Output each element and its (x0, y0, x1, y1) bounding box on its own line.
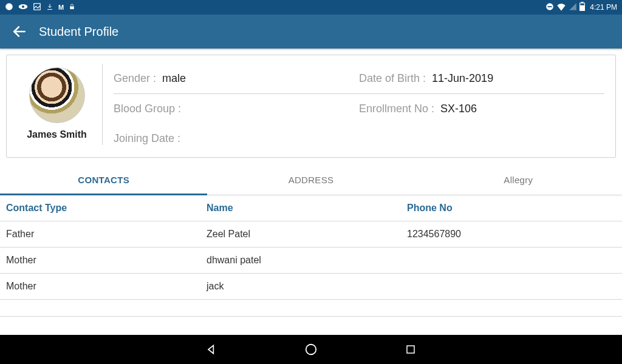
info-row-3: Joining Date : (114, 124, 604, 145)
cell-phone (407, 281, 616, 292)
info-row-2: Blood Group : Enrollment No : SX-106 (114, 94, 604, 124)
eye-icon (18, 3, 28, 12)
notification-icon (5, 2, 13, 13)
gender-label: Gender : (114, 72, 156, 85)
gender-pair: Gender : male (114, 72, 359, 85)
image-icon (33, 2, 41, 13)
cell-name: jack (207, 281, 407, 292)
cell-phone (407, 255, 616, 266)
enroll-label: Enrollment No : (359, 103, 434, 115)
download-icon (46, 2, 53, 13)
dob-pair: Date of Birth : 11-Jun-2019 (359, 72, 604, 85)
svg-rect-11 (407, 346, 414, 353)
joining-pair: Joining Date : (114, 132, 359, 145)
enroll-pair: Enrollment No : SX-106 (359, 103, 604, 115)
col-contact-type: Contact Type (6, 203, 207, 214)
dnd-icon (545, 2, 554, 13)
table-row: Father Zeel Patel 1234567890 (0, 221, 622, 248)
empty-pair (359, 132, 604, 145)
cell-type: Mother (6, 281, 207, 292)
cell-type: Father (6, 229, 207, 240)
joining-label: Joining Date : (114, 132, 180, 145)
info-column: Gender : male Date of Birth : 11-Jun-201… (103, 64, 604, 145)
tab-allergy[interactable]: Allegry (415, 166, 622, 195)
enroll-value: SX-106 (440, 103, 477, 115)
blood-pair: Blood Group : (114, 103, 359, 115)
cell-name: dhwani patel (207, 255, 407, 266)
student-name: James Smith (27, 129, 87, 140)
student-avatar (29, 67, 85, 123)
status-time: 4:21 PM (590, 3, 617, 12)
nav-home[interactable] (304, 342, 318, 357)
table-row: Mother dhwani patel (0, 248, 622, 274)
svg-rect-8 (581, 2, 584, 3)
svg-rect-4 (70, 6, 73, 9)
svg-point-2 (22, 5, 24, 8)
cell-phone: 1234567890 (407, 229, 616, 240)
col-name: Name (207, 203, 407, 214)
blood-label: Blood Group : (114, 103, 181, 115)
wifi-icon (556, 2, 566, 13)
android-status-bar: M 4:21 PM (0, 0, 622, 15)
nav-recent[interactable] (403, 342, 418, 357)
android-nav-bar (0, 335, 622, 364)
svg-rect-9 (580, 4, 584, 5)
table-header: Contact Type Name Phone No (0, 195, 622, 221)
status-right-icons: 4:21 PM (545, 2, 617, 13)
dob-value: 11-Jun-2019 (432, 72, 493, 85)
app-bar: Student Profile (0, 15, 622, 49)
dob-label: Date of Birth : (359, 72, 426, 85)
mail-icon: M (58, 4, 64, 11)
col-phone: Phone No (407, 203, 616, 214)
contacts-table: Contact Type Name Phone No Father Zeel P… (0, 195, 622, 317)
cell-type: Mother (6, 255, 207, 266)
battery-icon (579, 2, 585, 13)
photo-column: James Smith (18, 64, 103, 145)
gender-value: male (162, 72, 186, 85)
tab-address[interactable]: ADDRESS (207, 166, 414, 195)
cell-name: Zeel Patel (207, 229, 407, 240)
nav-back[interactable] (204, 342, 219, 357)
table-row: Mother jack (0, 274, 622, 300)
tab-bar: CONTACTS ADDRESS Allegry (0, 166, 622, 195)
page-title: Student Profile (39, 25, 118, 39)
status-left-icons: M (5, 2, 75, 13)
info-row-1: Gender : male Date of Birth : 11-Jun-201… (114, 64, 604, 94)
lock-icon (69, 2, 75, 13)
back-button[interactable] (7, 19, 32, 44)
svg-point-10 (306, 345, 316, 355)
svg-point-0 (5, 3, 13, 10)
svg-rect-6 (548, 6, 552, 7)
table-row-empty (0, 300, 622, 317)
signal-icon (569, 2, 577, 13)
profile-card: James Smith Gender : male Date of Birth … (6, 55, 616, 158)
tab-contacts[interactable]: CONTACTS (0, 166, 207, 195)
